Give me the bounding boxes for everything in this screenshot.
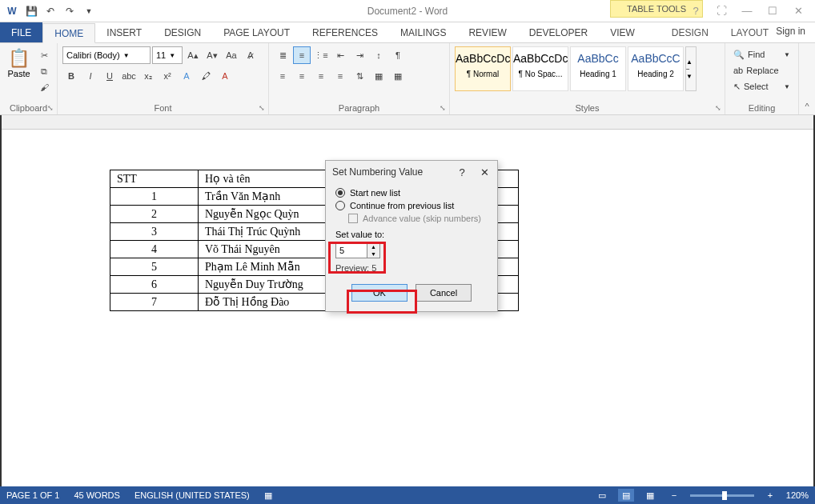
header-stt[interactable]: STT: [110, 170, 199, 188]
minimize-icon[interactable]: —: [735, 2, 759, 20]
radio-icon: [335, 201, 345, 210]
tab-developer[interactable]: DEVELOPER: [518, 22, 599, 42]
borders-icon[interactable]: ▦: [389, 67, 407, 85]
italic-icon[interactable]: I: [82, 67, 99, 85]
view-web-icon[interactable]: ▦: [642, 489, 658, 502]
dialog-title-bar[interactable]: Set Numbering Value ? ✕: [326, 161, 497, 183]
quick-access-toolbar: W 💾 ↶ ↷ ▼: [0, 1, 101, 22]
clear-formatting-icon[interactable]: A̷: [242, 46, 259, 64]
spin-up-icon[interactable]: ▲: [367, 243, 379, 250]
status-bar: PAGE 1 OF 1 45 WORDS ENGLISH (UNITED STA…: [0, 486, 815, 504]
font-dialog-launcher-icon[interactable]: ⤡: [257, 103, 267, 113]
line-spacing-icon[interactable]: ⇅: [351, 67, 368, 85]
shading-icon[interactable]: ▦: [370, 67, 387, 85]
help-icon[interactable]: ?: [684, 2, 708, 20]
set-value-input[interactable]: [335, 242, 367, 258]
tab-view[interactable]: VIEW: [599, 22, 646, 42]
tab-table-design[interactable]: DESIGN: [660, 22, 720, 42]
save-icon[interactable]: 💾: [22, 2, 40, 20]
style-heading-1[interactable]: AaBbCcHeading 1: [570, 46, 626, 91]
group-paragraph: ≣ ≡ ⋮≡ ⇤ ⇥ ↕ ¶ ≡ ≡ ≡ ≡ ⇅ ▦ ▦ Paragraph ⤡: [269, 43, 450, 114]
styles-dialog-launcher-icon[interactable]: ⤡: [713, 103, 723, 113]
align-right-icon[interactable]: ≡: [312, 67, 330, 85]
dialog-help-icon[interactable]: ?: [452, 164, 472, 180]
increase-indent-icon[interactable]: ⇥: [351, 46, 368, 64]
qat-customize-icon[interactable]: ▼: [80, 2, 98, 20]
tab-page-layout[interactable]: PAGE LAYOUT: [212, 22, 301, 42]
document-title: Document2 - Word: [367, 6, 448, 17]
strikethrough-icon[interactable]: abc: [120, 67, 138, 85]
sort-icon[interactable]: ↕: [370, 46, 387, 64]
tab-mailings[interactable]: MAILINGS: [389, 22, 457, 42]
change-case-icon[interactable]: Aa: [223, 46, 240, 64]
show-marks-icon[interactable]: ¶: [389, 46, 407, 64]
horizontal-ruler[interactable]: [2, 115, 813, 130]
style-heading-2[interactable]: AaBbCcCHeading 2: [628, 46, 684, 91]
undo-icon[interactable]: ↶: [42, 2, 59, 20]
zoom-level[interactable]: 120%: [786, 490, 809, 500]
zoom-out-icon[interactable]: −: [666, 489, 682, 502]
align-center-icon[interactable]: ≡: [293, 67, 311, 85]
cut-icon[interactable]: ✂: [36, 48, 52, 62]
view-print-icon[interactable]: ▤: [618, 489, 634, 502]
radio-continue-previous[interactable]: Continue from previous list: [335, 201, 488, 210]
zoom-slider[interactable]: [690, 494, 754, 497]
tab-review[interactable]: REVIEW: [457, 22, 517, 42]
preview-text: Preview: 5: [335, 263, 488, 273]
paragraph-dialog-launcher-icon[interactable]: ⤡: [438, 103, 448, 113]
view-read-icon[interactable]: ▭: [594, 489, 610, 502]
radio-start-new-list[interactable]: Start new list: [335, 188, 488, 198]
align-left-icon[interactable]: ≡: [274, 67, 291, 85]
collapse-ribbon-icon[interactable]: ^: [799, 43, 815, 114]
tab-insert[interactable]: INSERT: [95, 22, 153, 42]
shrink-font-icon[interactable]: A▾: [203, 46, 221, 64]
status-page[interactable]: PAGE 1 OF 1: [6, 490, 59, 500]
clipboard-dialog-launcher-icon[interactable]: ⤡: [46, 103, 55, 113]
highlight-icon[interactable]: 🖍: [197, 67, 215, 85]
font-label: Font: [58, 103, 268, 113]
ok-button[interactable]: OK: [351, 284, 408, 302]
ribbon-display-icon[interactable]: ⛶: [709, 2, 733, 20]
word-icon[interactable]: W: [3, 2, 21, 20]
style-normal[interactable]: AaBbCcDc¶ Normal: [455, 46, 511, 91]
spin-down-icon[interactable]: ▼: [367, 250, 379, 258]
underline-icon[interactable]: U: [101, 67, 118, 85]
bullets-icon[interactable]: ≣: [274, 46, 291, 64]
subscript-icon[interactable]: x₂: [139, 67, 157, 85]
font-name-combo[interactable]: Calibri (Body)▼: [62, 46, 151, 64]
set-value-spinner[interactable]: ▲▼: [335, 242, 488, 258]
styles-more-icon[interactable]: ▲ − ▼: [685, 46, 697, 91]
cancel-button[interactable]: Cancel: [416, 284, 472, 302]
text-effects-icon[interactable]: A: [178, 67, 195, 85]
numbering-icon[interactable]: ≡: [293, 46, 311, 64]
redo-icon[interactable]: ↷: [61, 2, 78, 20]
multilevel-list-icon[interactable]: ⋮≡: [312, 46, 330, 64]
zoom-in-icon[interactable]: +: [762, 489, 778, 502]
justify-icon[interactable]: ≡: [331, 67, 349, 85]
tab-home[interactable]: HOME: [42, 23, 95, 43]
dialog-close-icon[interactable]: ✕: [475, 164, 494, 180]
close-icon[interactable]: ✕: [786, 2, 810, 20]
sign-in-link[interactable]: Sign in: [776, 26, 805, 37]
replace-icon: ab: [733, 66, 743, 75]
superscript-icon[interactable]: x²: [159, 67, 176, 85]
maximize-icon[interactable]: ☐: [761, 2, 785, 20]
tab-table-layout[interactable]: LAYOUT: [720, 22, 780, 42]
replace-button[interactable]: abReplace: [730, 62, 793, 78]
grow-font-icon[interactable]: A▴: [184, 46, 202, 64]
tab-references[interactable]: REFERENCES: [301, 22, 389, 42]
status-macro-icon[interactable]: ▦: [264, 490, 272, 501]
status-language[interactable]: ENGLISH (UNITED STATES): [134, 490, 250, 500]
font-size-combo[interactable]: 11▼: [152, 46, 183, 64]
find-button[interactable]: 🔍Find▼: [730, 46, 793, 62]
tab-design[interactable]: DESIGN: [153, 22, 212, 42]
select-button[interactable]: ↖Select▼: [730, 78, 793, 94]
copy-icon[interactable]: ⧉: [36, 64, 52, 78]
bold-icon[interactable]: B: [62, 67, 80, 85]
format-painter-icon[interactable]: 🖌: [36, 80, 52, 94]
style-no-spacing[interactable]: AaBbCcDc¶ No Spac...: [512, 46, 568, 91]
tab-file[interactable]: FILE: [0, 22, 42, 42]
status-words[interactable]: 45 WORDS: [74, 490, 119, 500]
decrease-indent-icon[interactable]: ⇤: [331, 46, 349, 64]
font-color-icon[interactable]: A: [216, 67, 234, 85]
